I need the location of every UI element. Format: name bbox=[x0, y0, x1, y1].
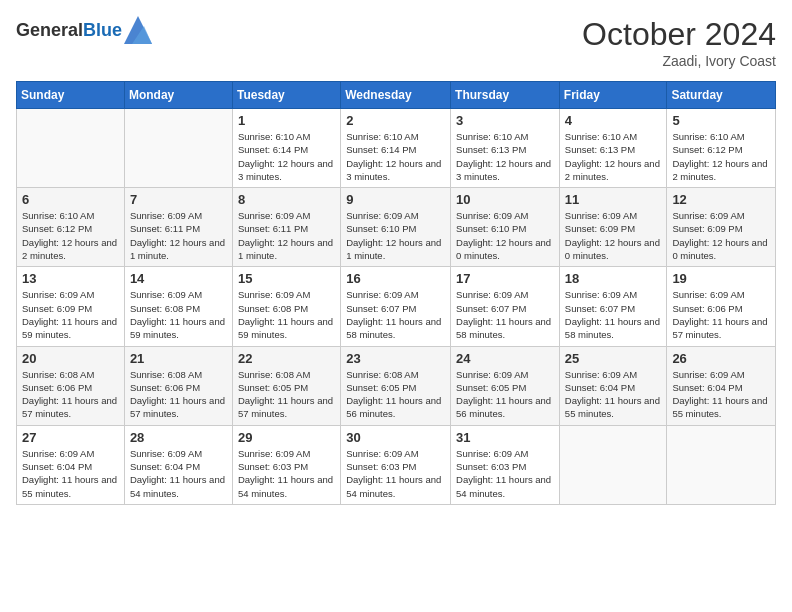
day-number: 17 bbox=[456, 271, 554, 286]
calendar-week-row: 13Sunrise: 6:09 AM Sunset: 6:09 PM Dayli… bbox=[17, 267, 776, 346]
day-number: 22 bbox=[238, 351, 335, 366]
calendar-day-cell: 15Sunrise: 6:09 AM Sunset: 6:08 PM Dayli… bbox=[232, 267, 340, 346]
calendar-day-cell: 8Sunrise: 6:09 AM Sunset: 6:11 PM Daylig… bbox=[232, 188, 340, 267]
calendar-day-cell bbox=[17, 109, 125, 188]
calendar-day-cell: 30Sunrise: 6:09 AM Sunset: 6:03 PM Dayli… bbox=[341, 425, 451, 504]
calendar-day-cell: 6Sunrise: 6:10 AM Sunset: 6:12 PM Daylig… bbox=[17, 188, 125, 267]
day-number: 16 bbox=[346, 271, 445, 286]
day-number: 26 bbox=[672, 351, 770, 366]
logo-general: General bbox=[16, 20, 83, 40]
title-area: October 2024 Zaadi, Ivory Coast bbox=[582, 16, 776, 69]
weekday-header-row: SundayMondayTuesdayWednesdayThursdayFrid… bbox=[17, 82, 776, 109]
day-info: Sunrise: 6:09 AM Sunset: 6:09 PM Dayligh… bbox=[22, 288, 119, 341]
calendar-day-cell: 19Sunrise: 6:09 AM Sunset: 6:06 PM Dayli… bbox=[667, 267, 776, 346]
weekday-header-thursday: Thursday bbox=[451, 82, 560, 109]
calendar-day-cell: 22Sunrise: 6:08 AM Sunset: 6:05 PM Dayli… bbox=[232, 346, 340, 425]
day-info: Sunrise: 6:09 AM Sunset: 6:05 PM Dayligh… bbox=[456, 368, 554, 421]
calendar-day-cell: 5Sunrise: 6:10 AM Sunset: 6:12 PM Daylig… bbox=[667, 109, 776, 188]
calendar-day-cell: 27Sunrise: 6:09 AM Sunset: 6:04 PM Dayli… bbox=[17, 425, 125, 504]
day-info: Sunrise: 6:09 AM Sunset: 6:11 PM Dayligh… bbox=[130, 209, 227, 262]
calendar-day-cell: 11Sunrise: 6:09 AM Sunset: 6:09 PM Dayli… bbox=[559, 188, 667, 267]
day-number: 12 bbox=[672, 192, 770, 207]
day-number: 19 bbox=[672, 271, 770, 286]
month-title: October 2024 bbox=[582, 16, 776, 53]
logo: GeneralBlue bbox=[16, 16, 152, 44]
calendar-day-cell: 20Sunrise: 6:08 AM Sunset: 6:06 PM Dayli… bbox=[17, 346, 125, 425]
day-info: Sunrise: 6:09 AM Sunset: 6:10 PM Dayligh… bbox=[346, 209, 445, 262]
day-info: Sunrise: 6:09 AM Sunset: 6:07 PM Dayligh… bbox=[346, 288, 445, 341]
calendar-week-row: 20Sunrise: 6:08 AM Sunset: 6:06 PM Dayli… bbox=[17, 346, 776, 425]
day-number: 21 bbox=[130, 351, 227, 366]
day-number: 25 bbox=[565, 351, 662, 366]
calendar-day-cell: 31Sunrise: 6:09 AM Sunset: 6:03 PM Dayli… bbox=[451, 425, 560, 504]
day-number: 24 bbox=[456, 351, 554, 366]
calendar-day-cell bbox=[124, 109, 232, 188]
day-number: 3 bbox=[456, 113, 554, 128]
day-number: 9 bbox=[346, 192, 445, 207]
day-info: Sunrise: 6:09 AM Sunset: 6:07 PM Dayligh… bbox=[456, 288, 554, 341]
weekday-header-monday: Monday bbox=[124, 82, 232, 109]
calendar-day-cell: 21Sunrise: 6:08 AM Sunset: 6:06 PM Dayli… bbox=[124, 346, 232, 425]
calendar-day-cell bbox=[559, 425, 667, 504]
calendar-day-cell: 29Sunrise: 6:09 AM Sunset: 6:03 PM Dayli… bbox=[232, 425, 340, 504]
calendar-day-cell: 9Sunrise: 6:09 AM Sunset: 6:10 PM Daylig… bbox=[341, 188, 451, 267]
weekday-header-friday: Friday bbox=[559, 82, 667, 109]
calendar-week-row: 27Sunrise: 6:09 AM Sunset: 6:04 PM Dayli… bbox=[17, 425, 776, 504]
day-number: 1 bbox=[238, 113, 335, 128]
day-info: Sunrise: 6:09 AM Sunset: 6:11 PM Dayligh… bbox=[238, 209, 335, 262]
day-info: Sunrise: 6:09 AM Sunset: 6:07 PM Dayligh… bbox=[565, 288, 662, 341]
calendar-table: SundayMondayTuesdayWednesdayThursdayFrid… bbox=[16, 81, 776, 505]
day-number: 23 bbox=[346, 351, 445, 366]
day-info: Sunrise: 6:09 AM Sunset: 6:09 PM Dayligh… bbox=[565, 209, 662, 262]
calendar-day-cell: 7Sunrise: 6:09 AM Sunset: 6:11 PM Daylig… bbox=[124, 188, 232, 267]
weekday-header-tuesday: Tuesday bbox=[232, 82, 340, 109]
logo-blue: Blue bbox=[83, 20, 122, 40]
day-number: 31 bbox=[456, 430, 554, 445]
calendar-day-cell: 1Sunrise: 6:10 AM Sunset: 6:14 PM Daylig… bbox=[232, 109, 340, 188]
weekday-header-saturday: Saturday bbox=[667, 82, 776, 109]
day-info: Sunrise: 6:10 AM Sunset: 6:14 PM Dayligh… bbox=[346, 130, 445, 183]
day-info: Sunrise: 6:09 AM Sunset: 6:03 PM Dayligh… bbox=[346, 447, 445, 500]
day-info: Sunrise: 6:09 AM Sunset: 6:08 PM Dayligh… bbox=[238, 288, 335, 341]
location: Zaadi, Ivory Coast bbox=[582, 53, 776, 69]
day-number: 8 bbox=[238, 192, 335, 207]
day-info: Sunrise: 6:09 AM Sunset: 6:08 PM Dayligh… bbox=[130, 288, 227, 341]
day-number: 28 bbox=[130, 430, 227, 445]
calendar-day-cell: 24Sunrise: 6:09 AM Sunset: 6:05 PM Dayli… bbox=[451, 346, 560, 425]
day-number: 5 bbox=[672, 113, 770, 128]
day-number: 6 bbox=[22, 192, 119, 207]
calendar-day-cell: 10Sunrise: 6:09 AM Sunset: 6:10 PM Dayli… bbox=[451, 188, 560, 267]
calendar-day-cell: 14Sunrise: 6:09 AM Sunset: 6:08 PM Dayli… bbox=[124, 267, 232, 346]
day-number: 7 bbox=[130, 192, 227, 207]
day-info: Sunrise: 6:08 AM Sunset: 6:06 PM Dayligh… bbox=[130, 368, 227, 421]
calendar-day-cell: 23Sunrise: 6:08 AM Sunset: 6:05 PM Dayli… bbox=[341, 346, 451, 425]
calendar-day-cell: 12Sunrise: 6:09 AM Sunset: 6:09 PM Dayli… bbox=[667, 188, 776, 267]
day-info: Sunrise: 6:10 AM Sunset: 6:13 PM Dayligh… bbox=[456, 130, 554, 183]
page-header: GeneralBlue October 2024 Zaadi, Ivory Co… bbox=[16, 16, 776, 69]
day-number: 18 bbox=[565, 271, 662, 286]
day-number: 4 bbox=[565, 113, 662, 128]
day-info: Sunrise: 6:09 AM Sunset: 6:09 PM Dayligh… bbox=[672, 209, 770, 262]
day-info: Sunrise: 6:08 AM Sunset: 6:05 PM Dayligh… bbox=[238, 368, 335, 421]
calendar-day-cell: 26Sunrise: 6:09 AM Sunset: 6:04 PM Dayli… bbox=[667, 346, 776, 425]
day-number: 29 bbox=[238, 430, 335, 445]
weekday-header-wednesday: Wednesday bbox=[341, 82, 451, 109]
calendar-day-cell: 3Sunrise: 6:10 AM Sunset: 6:13 PM Daylig… bbox=[451, 109, 560, 188]
day-number: 13 bbox=[22, 271, 119, 286]
calendar-week-row: 1Sunrise: 6:10 AM Sunset: 6:14 PM Daylig… bbox=[17, 109, 776, 188]
calendar-day-cell: 16Sunrise: 6:09 AM Sunset: 6:07 PM Dayli… bbox=[341, 267, 451, 346]
day-info: Sunrise: 6:09 AM Sunset: 6:04 PM Dayligh… bbox=[672, 368, 770, 421]
calendar-day-cell: 25Sunrise: 6:09 AM Sunset: 6:04 PM Dayli… bbox=[559, 346, 667, 425]
day-info: Sunrise: 6:09 AM Sunset: 6:04 PM Dayligh… bbox=[565, 368, 662, 421]
day-info: Sunrise: 6:09 AM Sunset: 6:06 PM Dayligh… bbox=[672, 288, 770, 341]
day-number: 11 bbox=[565, 192, 662, 207]
day-info: Sunrise: 6:09 AM Sunset: 6:10 PM Dayligh… bbox=[456, 209, 554, 262]
day-number: 27 bbox=[22, 430, 119, 445]
calendar-day-cell: 28Sunrise: 6:09 AM Sunset: 6:04 PM Dayli… bbox=[124, 425, 232, 504]
day-info: Sunrise: 6:10 AM Sunset: 6:14 PM Dayligh… bbox=[238, 130, 335, 183]
logo-icon bbox=[124, 16, 152, 44]
calendar-day-cell: 2Sunrise: 6:10 AM Sunset: 6:14 PM Daylig… bbox=[341, 109, 451, 188]
day-info: Sunrise: 6:09 AM Sunset: 6:04 PM Dayligh… bbox=[130, 447, 227, 500]
calendar-day-cell: 13Sunrise: 6:09 AM Sunset: 6:09 PM Dayli… bbox=[17, 267, 125, 346]
day-info: Sunrise: 6:08 AM Sunset: 6:06 PM Dayligh… bbox=[22, 368, 119, 421]
